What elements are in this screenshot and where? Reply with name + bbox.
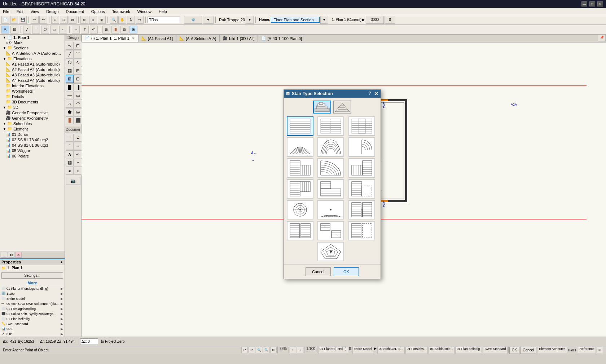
stair-type-curved-3[interactable]	[348, 137, 375, 157]
draw-arc[interactable]: ⌒	[32, 26, 40, 34]
open-btn[interactable]: 📂	[10, 16, 18, 24]
modal-close-btn[interactable]: ✕	[374, 91, 378, 97]
prop-row-1[interactable]: ⬜ 01 Planer (Förslagshandling) ▶	[0, 286, 65, 291]
close-button[interactable]: ✕	[597, 1, 603, 6]
stair-type-lshape-3[interactable]	[348, 158, 375, 178]
prop-row-8[interactable]: 📏 SWE Standard ▶	[0, 321, 65, 327]
menu-options[interactable]: Options	[90, 9, 106, 14]
tab-close-1[interactable]: ✕	[132, 36, 135, 40]
navigator-pin[interactable]: 📌	[598, 35, 606, 41]
nav-3d-folder[interactable]: ▼ 📁 3D	[0, 105, 65, 110]
model-status[interactable]: Entire Model	[352, 347, 374, 354]
tool-select[interactable]: ↖	[66, 42, 74, 50]
stair-type-lshape-4[interactable]	[287, 179, 313, 199]
tool-spline[interactable]: ∿	[74, 58, 82, 66]
tool-text[interactable]: A	[66, 150, 74, 158]
menu-edit[interactable]: Edit	[15, 9, 25, 14]
nav-generic-perspective[interactable]: 🎥 Generic Perspective	[0, 110, 65, 115]
window-tool[interactable]: ⊟	[120, 26, 128, 34]
drawing-canvas[interactable]: A2A A2A A← → A2A ⊠ Stair Type Selection …	[82, 43, 606, 337]
tool-beam[interactable]: —	[66, 92, 74, 99]
settings-button[interactable]: Settings...	[1, 272, 63, 279]
new-btn[interactable]: 📄	[1, 16, 9, 24]
cancel-button[interactable]: Cancel	[306, 267, 331, 276]
tool-marquee[interactable]: ⊡	[74, 42, 82, 50]
dimension-tool[interactable]: ↔	[72, 26, 80, 34]
stair-type-lshape-2[interactable]	[317, 158, 344, 178]
prop-row-3[interactable]: ⬜ Entire Model ▶	[0, 296, 65, 301]
prop-row-5[interactable]: ⬜ 01 Förslagshandling ▶	[0, 306, 65, 311]
nav-elevation-a3[interactable]: 📐 A3 Fasad A3 (Auto-rebuild)	[0, 72, 65, 77]
snap-btn-3[interactable]: ⊕	[98, 16, 106, 24]
tool-section[interactable]: ✂	[74, 159, 82, 167]
nav-worksheets[interactable]: 📁 Worksheets	[0, 88, 65, 94]
view-btn-3[interactable]: ⊠	[69, 16, 76, 24]
tool-cam[interactable]: 📷	[66, 177, 80, 185]
tool-dim-linear[interactable]: ↔	[66, 134, 74, 142]
more-btn[interactable]: More	[0, 280, 65, 286]
mirror-btn[interactable]: ⇔	[136, 16, 144, 24]
cancel-status-btn[interactable]: Cancel	[520, 347, 536, 354]
snap-btn-2[interactable]: ⊕	[89, 16, 97, 24]
snap-btn-1[interactable]: ⊕	[80, 16, 88, 24]
plan-type-status[interactable]: 01 Plan befintlig	[455, 347, 481, 354]
save-btn[interactable]: 💾	[19, 16, 27, 24]
tool-stair[interactable]: ⊠	[66, 75, 74, 83]
tool-poly[interactable]: ⬡	[66, 58, 74, 66]
prop-row-9[interactable]: 📊 95% ▶	[0, 327, 65, 332]
wall-tool[interactable]: ⊞	[102, 26, 110, 34]
nav-elevation-a2[interactable]: 📐 A2 Fasad A2 (Auto-rebuild)	[0, 67, 65, 72]
maximize-button[interactable]: □	[589, 1, 595, 6]
ok-status-btn[interactable]: OK	[509, 347, 519, 354]
tool-dim-arc[interactable]: ⌒	[66, 142, 74, 150]
prop-row-7[interactable]: ⬜ 01 Plan befintlig ▶	[0, 316, 65, 321]
scale-input-2[interactable]: 0	[385, 16, 395, 24]
stair-type-ushape-2[interactable]	[317, 200, 344, 219]
stair-type-straight-1[interactable]	[287, 116, 313, 136]
floor-plan-section[interactable]: Floor Plan and Section...	[271, 17, 319, 23]
tool-roof[interactable]: ⌂	[66, 100, 74, 108]
rotate-btn[interactable]: ↻	[127, 16, 135, 24]
label-tool[interactable]: 🏷	[90, 26, 98, 34]
stair-type-curved-2[interactable]	[317, 137, 344, 157]
overlay-status[interactable]: 01 Förslahs...	[405, 347, 428, 354]
tool-drawing[interactable]: ⊞	[74, 167, 82, 175]
nav-element-folder[interactable]: ▼ 📁 Element	[0, 126, 65, 132]
stair-type-dialog[interactable]: ⊠ Stair Type Selection ? ✕	[284, 89, 381, 279]
status-zoom-out[interactable]: 🔍	[256, 347, 262, 353]
settings-btn-2[interactable]: ▼	[203, 16, 214, 24]
tool-shell[interactable]: ◠	[74, 100, 82, 108]
stair-type-open-1[interactable]	[287, 221, 313, 240]
nav-elevations-folder[interactable]: ▼ 📁 Elevations	[0, 56, 65, 61]
status-zoom-all[interactable]: ⊕	[270, 347, 277, 353]
nav-schedule-ss2[interactable]: 📊 04 SS 81 81 06 utg3	[0, 142, 65, 148]
stair-type-open-2[interactable]	[317, 221, 344, 240]
hand-btn[interactable]: ✋	[118, 16, 126, 24]
door-tool[interactable]: 🚪	[111, 26, 119, 34]
draw-rect[interactable]: ▭	[50, 26, 58, 34]
settings-btn-1[interactable]: ⚙️	[184, 16, 202, 24]
prop-row-2[interactable]: 🔢 1:100 ▶	[0, 291, 65, 296]
draw-line[interactable]: ╱	[23, 26, 31, 34]
status-btn-north[interactable]: ↑	[290, 347, 296, 353]
status-btn-s[interactable]: ↓	[297, 347, 303, 353]
stair-type-spiral[interactable]	[317, 242, 344, 261]
stair-type-ushape-1[interactable]	[287, 200, 313, 219]
tool-line[interactable]: ╱	[66, 50, 74, 58]
tool-detail-marker[interactable]: ◉	[66, 167, 74, 175]
element-arrow[interactable]: ▼	[246, 16, 254, 24]
menu-window[interactable]: Window	[136, 9, 153, 14]
menu-view[interactable]: View	[29, 9, 41, 14]
menu-document[interactable]: Document	[65, 9, 85, 14]
tool-wall[interactable]: █	[66, 83, 74, 91]
prop-row-6[interactable]: ⬛ 01 Solida snitt, Synlig zonkatego... ▶	[0, 311, 65, 316]
tool-fill[interactable]: ▨	[66, 67, 74, 75]
menu-file[interactable]: File	[1, 9, 11, 14]
menu-design[interactable]: Design	[45, 9, 60, 14]
tool-label[interactable]: A1	[74, 150, 82, 158]
tab-3d[interactable]: 🎥 bild 1 [3D / All]	[219, 35, 258, 42]
nav-mark[interactable]: ○ 0. Mark	[0, 40, 65, 45]
tool-object[interactable]: ◎	[74, 108, 82, 116]
tool-dim-level[interactable]: ⊷	[74, 142, 82, 150]
tab-fasad[interactable]: 📐 [A1 Fasad A1]	[138, 35, 176, 42]
